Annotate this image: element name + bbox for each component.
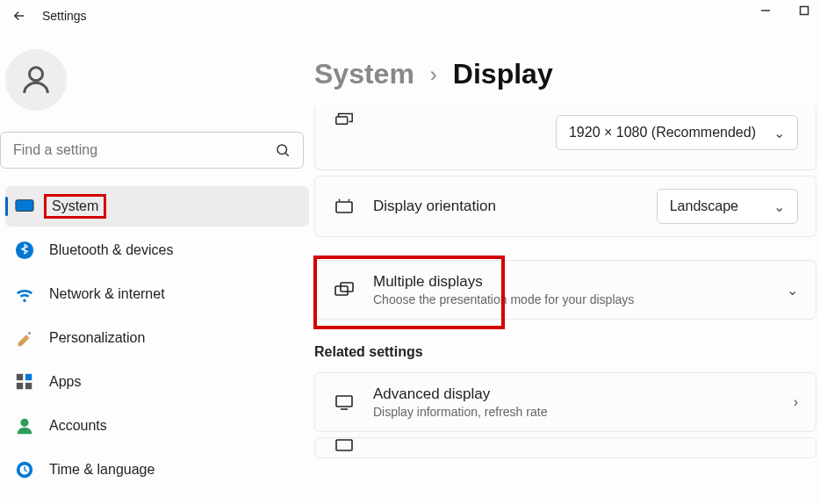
svg-rect-18	[341, 283, 353, 292]
monitor-icon	[333, 391, 356, 414]
sidebar-item-system[interactable]: System	[5, 186, 309, 227]
multiple-displays-sub: Choose the presentation mode for your di…	[373, 292, 769, 306]
svg-rect-19	[336, 396, 352, 407]
graphics-icon	[333, 437, 356, 457]
apps-icon	[14, 371, 35, 392]
chevron-down-icon: ⌄	[773, 125, 785, 141]
sidebar-item-bluetooth[interactable]: Bluetooth & devices	[5, 230, 309, 270]
svg-line-4	[285, 153, 289, 156]
svg-rect-8	[17, 374, 23, 380]
sidebar-item-label: Apps	[49, 374, 81, 390]
sidebar-item-label: Network & internet	[49, 286, 165, 302]
avatar[interactable]	[5, 49, 67, 111]
sidebar-item-label: Accounts	[49, 418, 107, 434]
sidebar-item-label: Personalization	[49, 330, 145, 346]
system-icon	[14, 196, 35, 217]
sidebar-item-apps[interactable]: Apps	[5, 362, 309, 402]
search-input[interactable]	[0, 132, 304, 169]
advanced-display-setting[interactable]: Advanced display Display information, re…	[314, 372, 816, 432]
back-button[interactable]	[7, 4, 32, 28]
sidebar-item-personalization[interactable]: Personalization	[5, 318, 309, 358]
breadcrumb-current: Display	[453, 58, 553, 90]
svg-rect-10	[17, 383, 23, 389]
multiple-displays-setting[interactable]: Multiple displays Choose the presentatio…	[314, 260, 816, 320]
related-settings-heading: Related settings	[314, 344, 816, 360]
svg-rect-5	[16, 200, 33, 212]
advanced-display-title: Advanced display	[373, 385, 776, 403]
chevron-down-icon: ⌄	[773, 198, 785, 215]
orientation-value: Landscape	[670, 198, 738, 214]
chevron-right-icon: ›	[794, 394, 798, 410]
search-icon	[275, 142, 291, 158]
minimize-button[interactable]	[757, 2, 774, 19]
orientation-setting[interactable]: Display orientation Landscape ⌄	[314, 176, 816, 237]
sidebar-item-label: Time & language	[49, 462, 155, 478]
svg-rect-11	[25, 383, 32, 389]
svg-rect-15	[336, 117, 348, 124]
resolution-setting[interactable]: 1920 × 1080 (Recommended) ⌄	[314, 106, 816, 170]
multiple-displays-title: Multiple displays	[373, 273, 769, 291]
partial-setting[interactable]	[314, 437, 816, 458]
bluetooth-icon	[14, 240, 35, 261]
svg-point-2	[30, 68, 43, 81]
wifi-icon	[14, 284, 35, 305]
sidebar-item-time-language[interactable]: Time & language	[5, 450, 309, 490]
chevron-right-icon: ›	[430, 62, 437, 87]
search-field[interactable]	[13, 142, 275, 158]
accounts-icon	[14, 415, 35, 436]
svg-rect-17	[335, 286, 348, 295]
main-content: System › Display 1920 × 1080 (Recommende…	[314, 32, 820, 504]
orientation-icon	[333, 195, 356, 218]
advanced-display-sub: Display information, refresh rate	[373, 405, 776, 419]
sidebar: System Bluetooth & devices Network & int…	[0, 32, 314, 504]
svg-rect-21	[336, 440, 352, 450]
brush-icon	[14, 328, 35, 349]
breadcrumb-parent[interactable]: System	[314, 58, 414, 90]
sidebar-item-network[interactable]: Network & internet	[5, 274, 309, 314]
maximize-button[interactable]	[795, 2, 813, 19]
app-title: Settings	[42, 9, 87, 23]
multiple-displays-icon	[333, 278, 356, 301]
clock-globe-icon	[14, 459, 35, 480]
orientation-dropdown[interactable]: Landscape ⌄	[657, 189, 798, 224]
svg-rect-9	[25, 374, 32, 380]
svg-rect-1	[801, 7, 809, 15]
resolution-dropdown[interactable]: 1920 × 1080 (Recommended) ⌄	[556, 115, 798, 150]
resolution-value: 1920 × 1080 (Recommended)	[569, 125, 756, 140]
svg-rect-16	[336, 202, 352, 212]
svg-point-3	[277, 145, 287, 155]
chevron-down-icon: ⌄	[787, 282, 798, 299]
breadcrumb: System › Display	[314, 32, 816, 106]
resolution-icon	[333, 106, 356, 129]
orientation-title: Display orientation	[373, 198, 639, 215]
svg-point-12	[20, 419, 28, 427]
sidebar-item-label: System	[44, 194, 106, 219]
sidebar-item-accounts[interactable]: Accounts	[5, 406, 309, 446]
sidebar-item-label: Bluetooth & devices	[49, 242, 173, 258]
